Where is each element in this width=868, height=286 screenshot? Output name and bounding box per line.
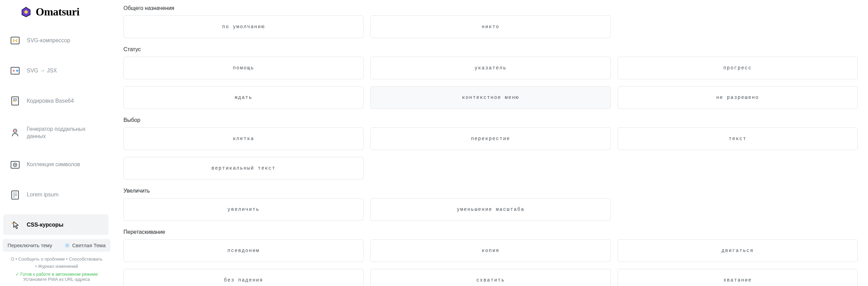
section-general: Общего назначения по умолчанию никто (123, 5, 858, 38)
svg-point-24 (67, 244, 68, 246)
svg-line-30 (69, 247, 69, 247)
svg-rect-1 (11, 37, 19, 44)
sidebar: Omatsuri SVG-компрессор SVG → JSX Кодиро… (0, 0, 113, 286)
cursor-tile-cell[interactable]: клетка (123, 127, 364, 150)
about-link[interactable]: О (11, 256, 14, 262)
main-content: Общего назначения по умолчанию никто Ста… (113, 0, 868, 286)
svg-point-3 (16, 70, 18, 72)
sun-icon (64, 243, 70, 248)
theme-button[interactable]: Светлая Тема (64, 242, 106, 248)
report-link[interactable]: Сообщить о проблеме (18, 256, 65, 262)
svg-line-31 (66, 247, 66, 247)
section-title: Увеличить (123, 188, 858, 194)
nav-label: Кодировка Base64 (27, 98, 74, 105)
theme-toggle[interactable]: Переключить тему Светлая Тема (3, 239, 110, 252)
cursor-tile-help[interactable]: помощь (123, 57, 364, 79)
symbols-icon (10, 159, 21, 170)
nav-label: SVG-компрессор (27, 37, 70, 44)
cursor-tile-no-drop[interactable]: без падения (123, 269, 364, 286)
cursor-tile-text[interactable]: текст (618, 127, 858, 150)
svg-point-0 (24, 10, 28, 14)
svg-line-32 (69, 244, 69, 244)
cursor-tile-grabbing[interactable]: хватание (618, 269, 858, 286)
cursor-tile-not-allowed[interactable]: не разрешено (618, 86, 858, 109)
theme-label: Переключить тему (8, 242, 52, 248)
nav-label: Коллекция символов (27, 161, 80, 168)
section-title: Выбор (123, 117, 858, 123)
svg-point-12 (14, 164, 16, 165)
cursor-tile-context-menu[interactable]: контекстное меню (370, 86, 610, 109)
svg-point-9 (14, 130, 16, 131)
nav-label: CSS-курсоры (27, 221, 63, 229)
cursor-tile-wait[interactable]: ждать (123, 86, 364, 109)
cursor-icon (10, 220, 21, 231)
navigation: SVG-компрессор SVG → JSX Кодировка Base6… (0, 21, 112, 235)
section-zoom: Увеличить увеличить уменьшение масштаба (123, 188, 858, 221)
nav-css-cursors[interactable]: CSS-курсоры (3, 214, 108, 235)
svg-line-29 (66, 244, 66, 244)
cursor-tile-grab[interactable]: схватить (370, 269, 610, 286)
section-title: Общего назначения (123, 5, 858, 11)
changelog-link[interactable]: Журнал изменений (38, 264, 78, 269)
cursor-tile-copy[interactable]: копия (370, 239, 610, 262)
cursor-tile-vertical-text[interactable]: вертикальный текст (123, 157, 364, 180)
nav-svg-compressor[interactable]: SVG-компрессор (3, 30, 108, 52)
lorem-icon (10, 190, 21, 201)
section-selection: Выбор клетка перекрестие текст вертикаль… (123, 117, 858, 180)
cursor-tile-none[interactable]: никто (370, 15, 610, 38)
svg-compress-icon (10, 35, 21, 46)
sidebar-footer: Переключить тему Светлая Тема О • Сообщи… (0, 235, 113, 286)
nav-label: Генератор поддельных данных (27, 126, 102, 140)
logo[interactable]: Omatsuri (0, 3, 113, 21)
cursor-tile-move[interactable]: двигаться (618, 239, 858, 262)
nav-label: SVG → JSX (27, 67, 57, 75)
cursor-tile-pointer[interactable]: указатель (370, 57, 610, 79)
cursor-tile-progress[interactable]: прогресс (618, 57, 858, 79)
cursor-tile-crosshair[interactable]: перекрестие (370, 127, 610, 150)
section-drag: Перетаскивание псевдоним копия двигаться… (123, 229, 858, 286)
contribute-link[interactable]: Способствовать (69, 256, 103, 262)
footer-links: О • Сообщить о проблеме • Способствовать… (3, 256, 110, 270)
cursor-tile-default[interactable]: по умолчанию (123, 15, 364, 38)
svg-rect-13 (12, 191, 19, 199)
cursor-tile-zoom-out[interactable]: уменьшение масштаба (370, 198, 610, 221)
nav-symbols[interactable]: Коллекция символов (3, 154, 108, 176)
pwa-hint: Установите PWA из URL-адреса (3, 277, 110, 282)
svg-rect-4 (12, 97, 19, 105)
section-title: Статус (123, 46, 858, 53)
nav-base64[interactable]: Кодировка Base64 (3, 90, 108, 112)
nav-svg-jsx[interactable]: SVG → JSX (3, 60, 108, 82)
svg-jsx-icon (10, 65, 21, 76)
cursor-tile-zoom-in[interactable]: увеличить (123, 198, 364, 221)
nav-label: Lorem ipsum (27, 191, 58, 198)
cursor-tile-alias[interactable]: псевдоним (123, 239, 364, 262)
base64-icon (10, 95, 21, 106)
section-title: Перетаскивание (123, 229, 858, 235)
logo-icon (21, 7, 32, 18)
offline-status: ✓ Готов к работе в автономном режиме (3, 272, 110, 277)
nav-lorem[interactable]: Lorem ipsum (3, 184, 108, 206)
logo-text: Omatsuri (36, 5, 80, 18)
nav-fake-data[interactable]: Генератор поддельных данных (3, 120, 108, 146)
fake-data-icon (10, 127, 21, 138)
section-status: Статус помощь указатель прогресс ждать к… (123, 46, 858, 109)
